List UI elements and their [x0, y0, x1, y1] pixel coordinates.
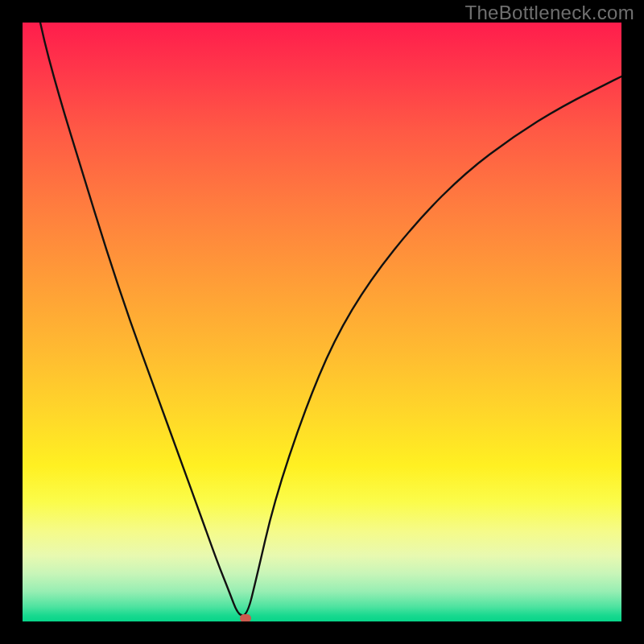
chart-frame: TheBottleneck.com: [0, 0, 644, 644]
minimum-marker: [240, 614, 251, 621]
plot-area: [23, 23, 621, 621]
bottleneck-curve-svg: [23, 23, 621, 621]
bottleneck-curve-path: [23, 23, 621, 616]
watermark-text: TheBottleneck.com: [464, 2, 634, 24]
